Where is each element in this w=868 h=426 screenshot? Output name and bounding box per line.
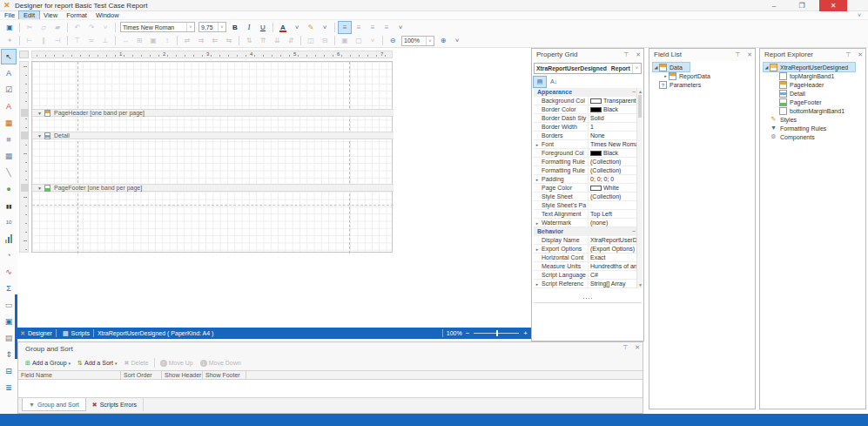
picturebox-tool[interactable]: ▦ (2, 116, 16, 130)
property-value[interactable]: Black (589, 105, 638, 113)
field-item-reportdata[interactable]: ▸ReportData (649, 71, 755, 80)
move-down-button[interactable]: ↓Move Down (197, 357, 245, 369)
property-value[interactable]: Exact (589, 254, 638, 261)
align-bottoms-button[interactable]: ⊥ (99, 35, 111, 46)
pin-icon[interactable]: ⊤ (622, 344, 628, 350)
align-options-dropdown[interactable]: ˅ (394, 22, 407, 33)
italic-button[interactable]: I (243, 22, 255, 33)
expand-icon[interactable]: ▸ (534, 219, 541, 227)
zoom-combo[interactable]: 100%˅ (401, 36, 434, 46)
collapse-icon[interactable]: − (632, 227, 636, 236)
align-left-button[interactable]: ≡ (339, 22, 351, 33)
property-value[interactable]: XtraReportUserDe... (589, 236, 638, 244)
pagebreak-tool[interactable]: ▭ (2, 298, 16, 312)
expand-icon[interactable]: ◢ (653, 64, 659, 70)
align-right-button[interactable]: ≡ (367, 22, 379, 33)
property-value[interactable]: Solid (589, 114, 638, 122)
highlight-color-button[interactable]: ✎ (305, 22, 317, 33)
v-spacing-increase-button[interactable]: ⇈ (257, 35, 269, 46)
checkbox-tool[interactable]: ☑ (2, 83, 16, 97)
page-footer-band[interactable]: ▼PageFooter [one band per page] (32, 184, 394, 192)
layout-options-dropdown[interactable]: ˅ (367, 35, 379, 46)
menu-item-edit[interactable]: Edit (19, 11, 39, 19)
column-header-show-footer[interactable]: Show Footer (203, 371, 246, 379)
close-icon[interactable]: ✕ (636, 51, 641, 57)
pin-icon[interactable]: ⊤ (623, 51, 629, 57)
property-row[interactable]: Border ColorBlack (534, 105, 638, 114)
menu-item-file[interactable]: File (0, 11, 19, 19)
pin-icon[interactable]: ⊤ (845, 51, 851, 57)
chevron-down-icon[interactable]: ˅ (632, 64, 641, 73)
copy-button[interactable]: ▱ (37, 22, 50, 33)
zoom-out-button[interactable]: ⊖ (387, 35, 399, 46)
zipcode-tool[interactable]: 10 (2, 215, 16, 229)
scroll-up-icon[interactable]: ▲ (638, 89, 643, 94)
property-value[interactable]: (none) (589, 219, 638, 227)
underline-button[interactable]: U (257, 22, 269, 33)
property-value[interactable]: Transparent (589, 97, 638, 105)
explorer-item-styles[interactable]: ✎Styles (760, 115, 865, 124)
bold-button[interactable]: B (229, 22, 241, 33)
h-spacing-increase-button[interactable]: ⇉ (195, 35, 207, 46)
size-to-grid-button[interactable]: ⊞ (133, 35, 145, 46)
sparkline-tool[interactable]: ∿ (2, 265, 16, 279)
property-row[interactable]: ▸Script ReferencString[] Array (534, 280, 638, 288)
add-sort-button[interactable]: ⇅Add a Sort▾ (74, 357, 120, 369)
property-value[interactable]: 1 (589, 123, 638, 131)
alphabetical-sort-button[interactable]: A↓ (548, 77, 560, 87)
minimize-button[interactable]: – (766, 0, 782, 11)
property-row[interactable]: ▸Watermark(none) (534, 219, 638, 227)
menu-overflow-icon[interactable]: ˅ (858, 12, 861, 18)
align-lefts-button[interactable]: ⊢ (24, 35, 36, 46)
property-row[interactable]: ▸Padding0; 0; 0; 0 (534, 175, 638, 184)
explorer-item-xtrareportuserdesigned[interactable]: ◢XtraReportUserDesigned (760, 63, 865, 71)
field-item-parameters[interactable]: ?Parameters (649, 80, 755, 89)
expand-icon[interactable]: ▸ (534, 280, 541, 287)
property-row[interactable]: Border Dash StySolid (534, 114, 638, 123)
font-size-combo[interactable]: 9,75˅ (198, 22, 226, 32)
menu-item-view[interactable]: View (39, 11, 62, 19)
zoom-in-icon[interactable]: + (523, 328, 528, 339)
undo-button[interactable]: ↶ (71, 22, 84, 33)
property-row[interactable]: Border Width1 (534, 123, 638, 132)
align-middles-button[interactable]: ≍ (85, 35, 98, 46)
page-header-band[interactable]: ▼PageHeader [one band per page] (32, 109, 394, 117)
band-collapse-icon[interactable]: ▼ (37, 111, 44, 116)
expand-icon[interactable]: ▸ (663, 73, 669, 78)
v-spacing-equal-button[interactable]: ⇅ (243, 35, 255, 46)
object-selector-combo[interactable]: XtraReportUserDesigned Report ˅ (534, 63, 642, 74)
collapse-icon[interactable]: − (632, 88, 636, 97)
report-page[interactable]: ▼PageHeader [one band per page]▼Detail▼P… (31, 61, 393, 253)
font-color-button[interactable]: A (277, 22, 289, 33)
property-row[interactable]: ▸FontTimes New Roman;... (534, 140, 638, 149)
expand-icon[interactable]: ▸ (534, 140, 541, 148)
property-row[interactable]: Background ColTransparent (534, 97, 638, 105)
menu-item-window[interactable]: Window (91, 11, 124, 19)
property-category-appearance[interactable]: Appearance− (534, 88, 638, 97)
property-grid-scrollbar[interactable]: ▲ ▼ (636, 88, 643, 288)
pin-icon[interactable]: ⊤ (735, 51, 740, 57)
explorer-item-topmarginband1[interactable]: topMarginBand1 (760, 71, 865, 80)
explorer-item-pageheader[interactable]: PageHeader (760, 80, 865, 89)
tab-designer[interactable]: Designer (28, 330, 52, 336)
pointer-tool[interactable]: ↖ (2, 50, 16, 64)
property-row[interactable]: Formatting Rule(Collection) (534, 158, 638, 166)
property-value[interactable]: Top Left (589, 210, 638, 218)
property-row[interactable]: Display NameXtraReportUserDe... (534, 236, 638, 245)
description-splitter[interactable] (534, 296, 642, 301)
pivotgrid-tool[interactable]: Σ (2, 281, 16, 295)
zoom-slider[interactable] (474, 333, 519, 334)
property-value[interactable]: String[] Array (589, 280, 638, 287)
v-spacing-decrease-button[interactable]: ⇊ (271, 35, 283, 46)
barcode-tool[interactable]: ▮▮ (2, 199, 16, 213)
property-row[interactable]: Text AlignmentTop Left (534, 210, 638, 219)
menu-item-format[interactable]: Format (62, 11, 91, 19)
property-row[interactable]: Script LanguageC# (534, 271, 638, 280)
scroll-down-icon[interactable]: ▼ (638, 282, 643, 287)
chevron-down-icon[interactable]: ˅ (186, 23, 194, 31)
property-value[interactable]: 0; 0; 0; 0 (589, 175, 638, 183)
make-same-height-button[interactable]: ↕ (161, 35, 173, 46)
explorer-item-detail[interactable]: Detail (760, 89, 865, 98)
align-justify-button[interactable]: ≡ (380, 22, 393, 33)
chevron-down-icon[interactable]: ˅ (426, 37, 434, 45)
